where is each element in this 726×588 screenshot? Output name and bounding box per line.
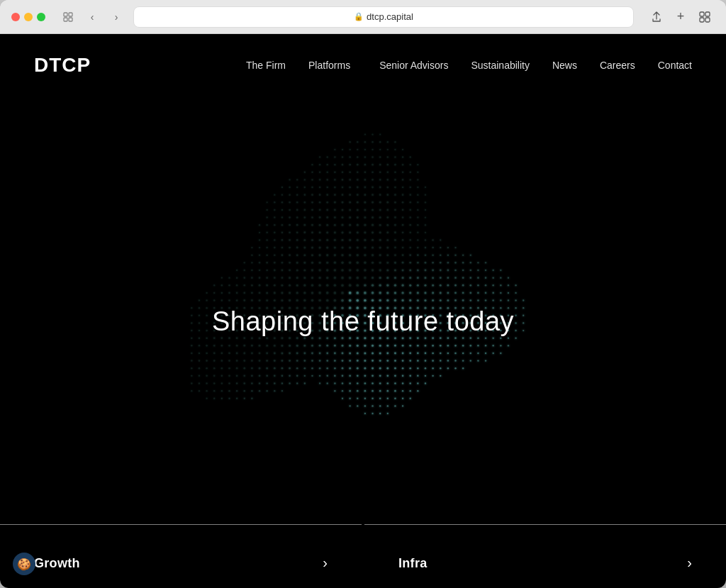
nav-item-the-firm[interactable]: The Firm [246, 59, 286, 72]
svg-point-829 [410, 397, 411, 399]
svg-point-958 [454, 360, 456, 361]
svg-point-232 [281, 186, 283, 187]
svg-point-319 [304, 194, 306, 196]
nav-item-sustainability[interactable]: Sustainability [471, 59, 530, 72]
close-button[interactable] [11, 13, 20, 21]
svg-point-606 [364, 367, 366, 369]
svg-point-480 [341, 231, 343, 233]
svg-point-840 [417, 239, 419, 241]
nav-item-news[interactable]: News [552, 59, 577, 72]
svg-point-325 [303, 238, 306, 240]
svg-point-595 [364, 284, 367, 287]
nav-link-platforms[interactable]: Platforms [308, 60, 350, 71]
back-button[interactable]: ‹ [82, 7, 102, 27]
nav-item-contact[interactable]: Contact [658, 59, 692, 72]
svg-point-1052 [508, 345, 509, 346]
svg-point-725 [387, 412, 389, 414]
nav-item-careers[interactable]: Careers [600, 59, 635, 72]
svg-point-890 [432, 254, 434, 256]
svg-point-388 [318, 261, 320, 263]
nav-item-platforms[interactable]: Platforms ▾ [308, 60, 357, 71]
svg-point-996 [477, 299, 479, 301]
svg-point-284 [289, 360, 291, 362]
svg-point-237 [281, 223, 284, 226]
svg-point-209 [274, 223, 276, 226]
svg-point-964 [462, 284, 464, 286]
svg-point-979 [469, 277, 471, 279]
tab-overview-button[interactable] [695, 7, 715, 27]
share-button[interactable] [647, 7, 666, 27]
svg-point-372 [311, 367, 313, 369]
minimize-button[interactable] [24, 13, 33, 21]
svg-point-684 [379, 382, 381, 384]
svg-point-572 [357, 389, 359, 392]
svg-point-273 [289, 277, 291, 279]
svg-point-235 [281, 209, 284, 211]
svg-point-81 [228, 277, 230, 278]
svg-point-956 [454, 344, 457, 346]
svg-point-1031 [500, 269, 501, 270]
svg-point-715 [386, 337, 389, 339]
svg-point-617 [372, 163, 374, 165]
url-text: dtcp.capital [367, 11, 413, 22]
nav-link-senior-advisors[interactable]: Senior Advisors [379, 60, 448, 71]
new-tab-button[interactable]: + [671, 7, 691, 27]
nav-link-the-firm[interactable]: The Firm [246, 60, 286, 71]
svg-point-846 [417, 284, 419, 286]
svg-point-33 [206, 292, 207, 293]
svg-point-929 [447, 269, 449, 271]
nav-item-senior-advisors[interactable]: Senior Advisors [379, 59, 448, 72]
svg-point-274 [289, 284, 291, 286]
svg-point-156 [259, 224, 260, 226]
svg-point-24 [199, 329, 201, 331]
svg-point-229 [274, 375, 276, 377]
svg-point-590 [364, 246, 366, 248]
growth-label: Growth [34, 556, 80, 571]
svg-point-614 [372, 141, 373, 143]
svg-point-227 [274, 360, 276, 362]
svg-point-950 [454, 299, 457, 301]
infra-card[interactable]: Infra › [364, 524, 726, 588]
svg-point-648 [372, 397, 374, 399]
svg-point-66 [221, 292, 223, 294]
svg-point-311 [296, 352, 298, 354]
address-bar[interactable]: 🔒 dtcp.capital [133, 6, 634, 28]
svg-point-77 [221, 375, 223, 377]
svg-point-67 [221, 299, 223, 301]
svg-point-1019 [492, 269, 493, 270]
svg-point-236 [281, 216, 284, 218]
svg-point-286 [289, 375, 291, 377]
svg-point-23 [199, 322, 201, 324]
maximize-button[interactable] [37, 13, 45, 21]
nav-link-news[interactable]: News [552, 60, 577, 71]
svg-point-351 [311, 209, 313, 211]
svg-point-114 [236, 389, 238, 391]
growth-card[interactable]: Growth › [0, 524, 362, 588]
svg-point-945 [454, 262, 457, 264]
svg-point-1015 [485, 337, 487, 339]
svg-point-29 [199, 367, 201, 369]
nav-link-sustainability[interactable]: Sustainability [471, 60, 530, 71]
svg-point-718 [386, 360, 389, 362]
svg-point-476 [342, 201, 344, 203]
site-logo[interactable]: DTCP [34, 54, 91, 77]
nav-link-contact[interactable]: Contact [658, 60, 692, 71]
svg-rect-5 [705, 12, 710, 16]
svg-point-558 [356, 284, 359, 287]
svg-point-408 [326, 179, 328, 181]
svg-point-605 [364, 360, 366, 362]
cookie-button[interactable]: 🍪 [13, 553, 35, 575]
svg-point-1060 [515, 337, 516, 338]
forward-button[interactable]: › [106, 7, 126, 27]
svg-point-111 [236, 367, 238, 369]
nav-link-careers[interactable]: Careers [600, 60, 635, 71]
svg-point-60 [213, 375, 216, 377]
platforms-wrapper[interactable]: Platforms ▾ [308, 60, 357, 71]
svg-point-726 [394, 141, 396, 143]
svg-point-181 [266, 216, 267, 218]
svg-point-948 [454, 284, 457, 286]
svg-point-368 [311, 337, 313, 339]
svg-point-356 [311, 246, 313, 248]
svg-point-771 [402, 216, 404, 218]
svg-point-500 [342, 382, 344, 384]
